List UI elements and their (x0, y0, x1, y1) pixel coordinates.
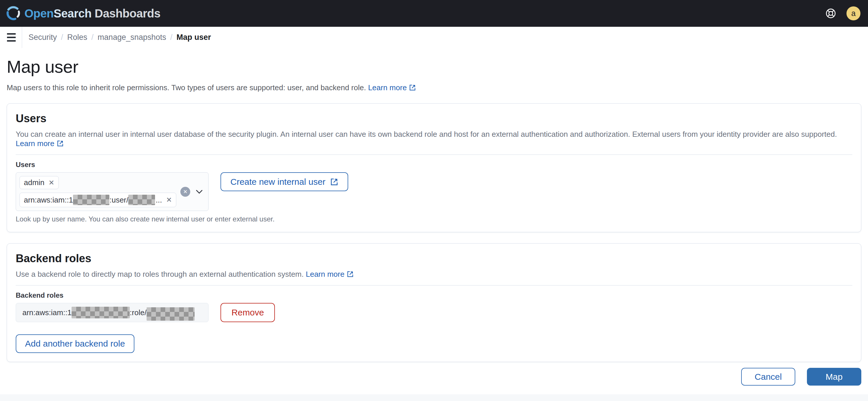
breadcrumb-map-user: Map user (177, 33, 211, 42)
opensearch-logo-icon (6, 6, 21, 21)
page-subtitle: Map users to this role to inherit role p… (7, 83, 861, 92)
backend-role-arn-middle: :role/ (130, 308, 147, 317)
remove-button[interactable]: Remove (220, 303, 275, 322)
breadcrumb-roles[interactable]: Roles (67, 33, 87, 42)
users-learn-more-link[interactable]: Learn more (16, 139, 64, 148)
menu-icon[interactable] (7, 33, 16, 41)
map-button[interactable]: Map (807, 368, 861, 385)
redacted-block (71, 307, 130, 318)
user-token-arn-middle: :user/ (110, 195, 128, 205)
users-help-text: Look up by user name. You can also creat… (16, 215, 852, 223)
redacted-block (128, 195, 155, 205)
token-remove-icon[interactable]: ✕ (166, 196, 172, 204)
backend-roles-description-text: Use a backend role to directly map to ro… (16, 270, 304, 278)
backend-learn-more-link[interactable]: Learn more (306, 270, 354, 278)
user-token-admin: admin ✕ (20, 176, 59, 189)
add-backend-role-button[interactable]: Add another backend role (16, 334, 134, 353)
external-link-icon (57, 140, 64, 147)
page-content: Map user Map users to this role to inher… (0, 48, 868, 394)
breadcrumb-separator: / (91, 33, 94, 42)
opensearch-logo[interactable]: OpenSearch Dashboards (6, 6, 160, 21)
backend-roles-field-label: Backend roles (16, 291, 852, 300)
redacted-block (147, 307, 195, 321)
help-icon[interactable] (825, 7, 837, 19)
chevron-down-icon[interactable] (195, 187, 204, 196)
clear-selection-icon[interactable]: ✕ (180, 187, 190, 197)
redacted-block (73, 195, 110, 205)
breadcrumb-separator: / (170, 33, 173, 42)
users-panel-title: Users (16, 112, 852, 125)
panel-divider (16, 285, 852, 285)
brand-wordmark: OpenSearch Dashboards (25, 7, 160, 20)
avatar-initial: a (851, 9, 856, 18)
user-tokens: admin ✕ arn:aws:iam::1:user/... ✕ (20, 176, 176, 207)
user-token-label: admin (24, 178, 44, 187)
backend-role-arn-prefix: arn:aws:iam::1 (22, 308, 71, 317)
user-token-arn-ellipsis: ... (156, 195, 162, 205)
page-title: Map user (7, 57, 861, 77)
token-remove-icon[interactable]: ✕ (49, 179, 54, 187)
users-combobox[interactable]: admin ✕ arn:aws:iam::1:user/... ✕ ✕ (16, 172, 209, 211)
user-token-arn: arn:aws:iam::1:user/... ✕ (20, 193, 176, 207)
breadcrumb: Security / Roles / manage_snapshots / Ma… (29, 33, 211, 42)
users-panel-description-text: You can create an internal user in inter… (16, 130, 837, 138)
nav-divider (22, 27, 22, 48)
app-root: OpenSearch Dashboards a (0, 0, 868, 392)
page-subtitle-text: Map users to this role to inherit role p… (7, 83, 366, 92)
external-link-icon (347, 271, 354, 278)
users-panel: Users You can create an internal user in… (7, 103, 861, 232)
footer-actions: Cancel Map (7, 368, 861, 394)
avatar[interactable]: a (846, 6, 861, 20)
top-header-bar: OpenSearch Dashboards a (0, 0, 868, 27)
users-field-label: Users (16, 161, 852, 169)
cancel-button[interactable]: Cancel (741, 368, 795, 385)
create-internal-user-button[interactable]: Create new internal user (220, 172, 348, 191)
backend-roles-description: Use a backend role to directly map to ro… (16, 270, 852, 279)
backend-roles-panel: Backend roles Use a backend role to dire… (7, 243, 861, 362)
backend-role-input[interactable]: arn:aws:iam::1:role/ (16, 303, 209, 322)
breadcrumb-separator: / (61, 33, 63, 42)
breadcrumb-bar: Security / Roles / manage_snapshots / Ma… (0, 27, 868, 48)
learn-more-link[interactable]: Learn more (368, 83, 416, 92)
user-token-arn-prefix: arn:aws:iam::1 (24, 195, 73, 205)
users-panel-description: You can create an internal user in inter… (16, 129, 852, 148)
external-link-icon (330, 178, 338, 186)
backend-roles-panel-title: Backend roles (16, 252, 852, 265)
external-link-icon (409, 84, 416, 91)
breadcrumb-security[interactable]: Security (29, 33, 57, 42)
breadcrumb-manage-snapshots[interactable]: manage_snapshots (98, 33, 166, 42)
